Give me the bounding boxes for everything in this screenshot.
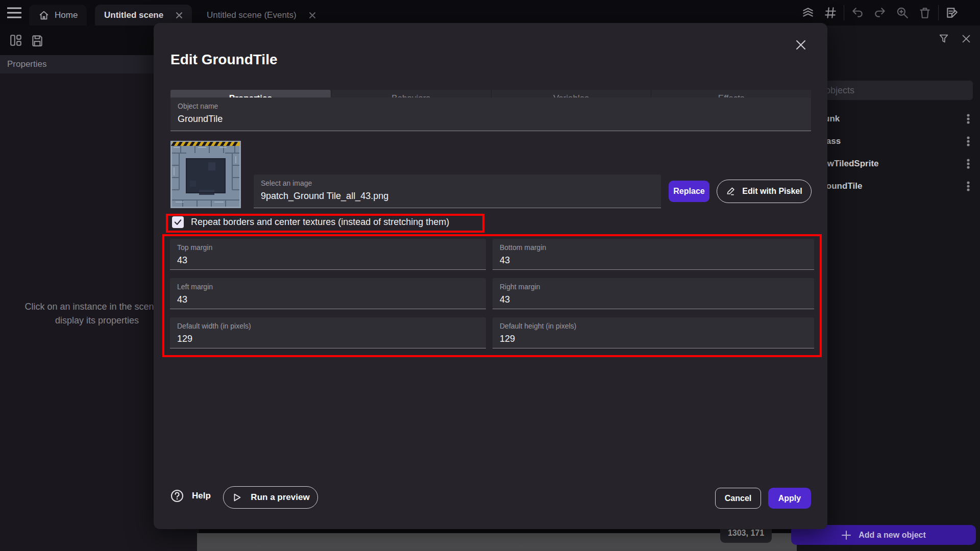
object-name-label: Object name xyxy=(178,102,804,110)
tab-home-label: Home xyxy=(55,10,78,20)
edit-scene-properties-icon[interactable] xyxy=(945,6,959,19)
margins-grid: Top margin 43 Bottom margin 43 Left marg… xyxy=(170,239,814,348)
scene-canvas-edge[interactable] xyxy=(197,533,797,551)
right-margin-field[interactable]: Right margin 43 xyxy=(493,278,814,309)
default-height-field[interactable]: Default height (in pixels) 129 xyxy=(493,317,814,348)
scene-toolbar-left xyxy=(0,26,154,55)
play-icon xyxy=(231,492,242,503)
properties-panel-title: Properties xyxy=(7,59,46,69)
left-margin-field[interactable]: Left margin 43 xyxy=(170,278,486,309)
save-icon[interactable] xyxy=(31,34,44,47)
question-icon xyxy=(170,489,184,503)
replace-image-button[interactable]: Replace xyxy=(669,181,709,202)
apply-button[interactable]: Apply xyxy=(768,488,811,509)
dialog-footer: Help Run a preview Cancel Apply xyxy=(170,486,811,510)
bottom-margin-field[interactable]: Bottom margin 43 xyxy=(493,239,814,270)
dialog-title: Edit GroundTile xyxy=(170,52,277,68)
select-image-field[interactable]: Select an image 9patch_Ground Tile_all_4… xyxy=(254,174,661,208)
top-margin-field[interactable]: Top margin 43 xyxy=(170,239,486,270)
layout-panels-icon[interactable] xyxy=(9,34,22,47)
undo-icon[interactable] xyxy=(851,6,864,19)
edit-object-dialog: Edit GroundTile Properties Behaviors Var… xyxy=(154,23,827,529)
repeat-borders-checkbox[interactable] xyxy=(172,216,184,228)
check-icon xyxy=(174,218,182,227)
toolbar-divider xyxy=(844,5,844,20)
home-icon xyxy=(38,10,50,21)
redo-icon[interactable] xyxy=(873,6,887,19)
kebab-menu-icon[interactable] xyxy=(964,159,973,169)
tab-untitled-scene-events[interactable]: Untitled scene (Events) xyxy=(198,5,325,26)
tab-events-label: Untitled scene (Events) xyxy=(207,10,297,20)
tab-home[interactable]: Home xyxy=(29,5,87,26)
select-image-label: Select an image xyxy=(261,179,654,187)
cancel-button[interactable]: Cancel xyxy=(715,488,761,509)
close-panel-icon[interactable] xyxy=(961,33,972,44)
plus-icon xyxy=(841,530,851,540)
grid-icon[interactable] xyxy=(824,6,837,19)
kebab-menu-icon[interactable] xyxy=(964,136,973,146)
hamburger-menu-icon[interactable] xyxy=(7,7,21,18)
delete-icon[interactable] xyxy=(918,6,932,19)
run-preview-button[interactable]: Run a preview xyxy=(223,486,318,509)
app-root: Home Untitled scene Untitled scene (Even… xyxy=(0,0,980,551)
image-filename[interactable]: 9patch_Ground Tile_all_43.png xyxy=(261,191,654,202)
object-image-thumbnail[interactable] xyxy=(170,141,241,208)
zoom-in-icon[interactable] xyxy=(896,6,909,19)
help-button[interactable]: Help xyxy=(170,489,211,503)
object-name-value[interactable]: GroundTile xyxy=(178,114,804,124)
pencil-icon xyxy=(726,186,736,196)
repeat-borders-row: Repeat borders and center textures (inst… xyxy=(172,216,449,228)
toolbar-divider xyxy=(938,5,939,20)
tab-untitled-scene[interactable]: Untitled scene xyxy=(95,5,192,26)
close-tab-icon[interactable] xyxy=(309,12,316,19)
layers-icon[interactable] xyxy=(801,6,815,19)
edit-with-piskel-button[interactable]: Edit with Piskel xyxy=(717,180,812,203)
default-width-field[interactable]: Default width (in pixels) 129 xyxy=(170,317,486,348)
filter-icon[interactable] xyxy=(938,33,949,44)
kebab-menu-icon[interactable] xyxy=(964,114,973,124)
repeat-borders-label: Repeat borders and center textures (inst… xyxy=(191,217,449,228)
close-dialog-icon[interactable] xyxy=(795,39,806,51)
close-tab-icon[interactable] xyxy=(176,12,183,19)
object-name-field[interactable]: Object name GroundTile xyxy=(170,97,811,131)
kebab-menu-icon[interactable] xyxy=(964,181,973,191)
tab-scene-label: Untitled scene xyxy=(104,10,163,20)
scene-toolbar-right xyxy=(797,0,980,26)
